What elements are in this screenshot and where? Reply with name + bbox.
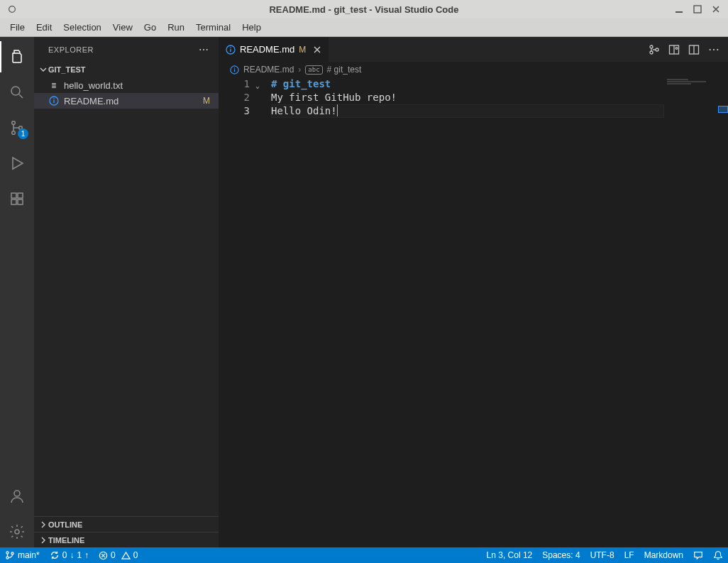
- svg-rect-2: [694, 6, 701, 13]
- activity-settings[interactable]: [0, 516, 34, 547]
- editor-more-icon[interactable]: ⋯: [708, 43, 719, 56]
- minimap[interactable]: [664, 77, 728, 547]
- svg-point-19: [650, 45, 653, 48]
- tab-readme[interactable]: README.md M: [219, 37, 329, 62]
- folder-header[interactable]: GIT_TEST: [34, 62, 219, 77]
- svg-point-12: [15, 530, 19, 534]
- menu-go[interactable]: Go: [138, 18, 162, 36]
- svg-point-4: [12, 121, 16, 125]
- status-cursor-position[interactable]: Ln 3, Col 12: [482, 547, 538, 563]
- section-outline[interactable]: OUTLINE: [34, 516, 219, 532]
- info-file-icon: [48, 96, 60, 106]
- chevron-down-icon: [38, 66, 48, 73]
- svg-point-21: [656, 48, 658, 51]
- open-changes-icon[interactable]: [649, 44, 660, 55]
- minimap-viewport[interactable]: [718, 106, 728, 113]
- status-encoding[interactable]: UTF-8: [585, 547, 619, 563]
- menu-run[interactable]: Run: [162, 18, 190, 36]
- svg-rect-14: [53, 100, 54, 103]
- status-eol[interactable]: LF: [619, 547, 639, 563]
- sidebar-more-icon[interactable]: ⋯: [199, 44, 209, 55]
- file-item-readme[interactable]: README.md M: [34, 93, 219, 109]
- open-preview-icon[interactable]: [668, 44, 680, 55]
- folder-name: GIT_TEST: [48, 65, 86, 74]
- window-minimize-icon[interactable]: [674, 4, 684, 14]
- menu-view[interactable]: View: [107, 18, 138, 36]
- tab-close-icon[interactable]: [313, 45, 321, 54]
- app-menu-icon[interactable]: [7, 4, 17, 14]
- menu-terminal[interactable]: Terminal: [190, 18, 236, 36]
- chevron-right-icon: [38, 521, 48, 528]
- section-timeline-label: TIMELINE: [48, 536, 84, 545]
- section-timeline[interactable]: TIMELINE: [34, 532, 219, 547]
- modified-indicator: M: [203, 96, 210, 106]
- activity-explorer[interactable]: [0, 41, 34, 72]
- status-problems[interactable]: 0 0: [94, 547, 143, 563]
- file-tree: ≣ hello_world.txt README.md M: [34, 77, 219, 516]
- menu-help[interactable]: Help: [236, 18, 267, 36]
- activity-accounts[interactable]: [0, 481, 34, 512]
- svg-rect-15: [53, 99, 54, 99]
- svg-point-23: [675, 47, 678, 49]
- window-title: README.md - git_test - Visual Studio Cod…: [269, 4, 458, 15]
- breadcrumb-symbol[interactable]: # git_test: [327, 65, 362, 75]
- svg-point-20: [650, 51, 653, 54]
- errors-count: 0: [111, 550, 116, 560]
- svg-point-0: [9, 6, 16, 13]
- menubar: File Edit Selection View Go Run Terminal…: [0, 18, 728, 37]
- sidebar-explorer: EXPLORER ⋯ GIT_TEST ≣ hello_world.txt RE…: [34, 37, 219, 547]
- editor-group: README.md M ⋯: [219, 37, 728, 547]
- file-name: README.md: [64, 96, 118, 106]
- window-titlebar: README.md - git_test - Visual Studio Cod…: [0, 0, 728, 18]
- arrow-up-icon: ↑: [84, 550, 89, 560]
- svg-point-3: [11, 87, 20, 95]
- activity-bar: 1: [0, 37, 34, 547]
- svg-point-28: [6, 552, 9, 554]
- activity-run-debug[interactable]: [0, 148, 34, 179]
- line-number: 1⌄: [219, 77, 250, 91]
- info-file-icon: [226, 45, 236, 55]
- status-branch[interactable]: main*: [0, 547, 45, 563]
- editor-body[interactable]: 1⌄ 2 3 # git_test My first GitHub repo! …: [219, 77, 728, 547]
- status-sync[interactable]: 0↓ 1↑: [45, 547, 94, 563]
- status-notifications-icon[interactable]: [708, 547, 728, 563]
- file-item-hello-world[interactable]: ≣ hello_world.txt: [34, 77, 219, 93]
- window-close-icon[interactable]: [711, 4, 721, 14]
- status-feedback-icon[interactable]: [688, 547, 708, 563]
- tab-modified-indicator: M: [299, 45, 306, 55]
- svg-point-11: [14, 491, 20, 496]
- activity-extensions[interactable]: [0, 183, 34, 214]
- tab-bar: README.md M ⋯: [219, 37, 728, 62]
- svg-point-5: [12, 131, 16, 135]
- branch-name: main*: [18, 550, 40, 560]
- breadcrumb-file[interactable]: README.md: [243, 65, 294, 75]
- svg-rect-8: [11, 199, 16, 204]
- status-indentation[interactable]: Spaces: 4: [537, 547, 585, 563]
- info-file-icon: [230, 65, 239, 75]
- window-maximize-icon[interactable]: [693, 4, 702, 14]
- menu-edit[interactable]: Edit: [31, 18, 57, 36]
- text-cursor: [337, 104, 338, 116]
- editor-actions: ⋯: [640, 37, 728, 62]
- split-editor-icon[interactable]: [688, 44, 700, 55]
- menu-file[interactable]: File: [4, 18, 31, 36]
- status-language[interactable]: Markdown: [639, 547, 688, 563]
- sidebar-header: EXPLORER ⋯: [34, 37, 219, 62]
- breadcrumbs[interactable]: README.md › abc # git_test: [219, 62, 728, 77]
- chevron-right-icon: ›: [298, 65, 301, 75]
- symbol-kind-icon: abc: [305, 65, 322, 75]
- code-line: My first GitHub repo!: [271, 92, 397, 103]
- activity-search[interactable]: [0, 77, 34, 108]
- code-area[interactable]: # git_test My first GitHub repo! Hello O…: [255, 77, 664, 547]
- line-number: 2: [219, 91, 250, 104]
- line-number: 3: [219, 104, 250, 118]
- svg-point-29: [6, 557, 9, 559]
- activity-source-control[interactable]: 1: [0, 112, 34, 143]
- code-line: Hello Odin!: [271, 105, 337, 116]
- tab-label: README.md: [240, 44, 294, 55]
- menu-selection[interactable]: Selection: [57, 18, 106, 36]
- svg-rect-17: [230, 49, 231, 52]
- code-line: # git_test: [271, 78, 331, 89]
- svg-point-30: [11, 552, 13, 554]
- line-number-gutter: 1⌄ 2 3: [219, 77, 255, 547]
